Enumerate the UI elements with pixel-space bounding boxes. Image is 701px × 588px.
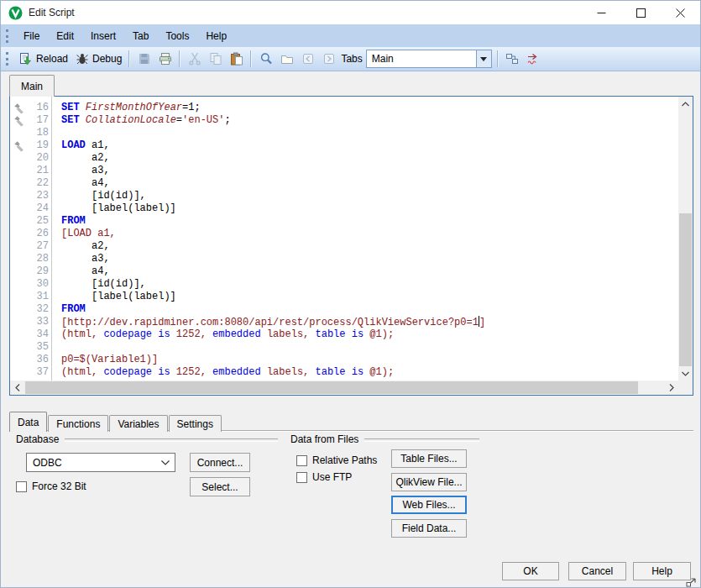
menu-item-tools[interactable]: Tools: [157, 26, 197, 46]
gutter-cell: [13, 366, 26, 379]
menu-item-help[interactable]: Help: [197, 26, 235, 46]
relative-paths-checkbox[interactable]: [296, 455, 307, 466]
code-text[interactable]: [http://dev.rapidminer.com:8080/api/rest…: [53, 316, 485, 328]
code-text[interactable]: (html, codepage is 1252, embedded labels…: [53, 366, 394, 379]
gutter-cell: [13, 291, 26, 303]
code-text[interactable]: a4,: [53, 177, 110, 190]
menu-item-insert[interactable]: Insert: [82, 26, 124, 46]
minimize-button[interactable]: [582, 1, 621, 24]
debug-button[interactable]: Debug: [71, 50, 125, 68]
window-title: Edit Script: [29, 7, 75, 18]
previous-tab-button[interactable]: [297, 50, 318, 68]
syntax-check-icon: [526, 52, 541, 66]
line-number: 17: [26, 114, 53, 127]
code-text[interactable]: [id(id)],: [53, 278, 146, 291]
table-viewer-button[interactable]: [502, 50, 523, 68]
code-line-21: 21 a3,: [10, 165, 678, 177]
web-files-button[interactable]: Web Files...: [391, 496, 467, 514]
menu-grip-handle[interactable]: [6, 29, 11, 43]
tab-selector-combobox[interactable]: Main: [366, 50, 492, 68]
code-token: a2,: [61, 152, 110, 164]
panel-tab-variables[interactable]: Variables: [109, 415, 167, 432]
code-token: (html,: [61, 366, 103, 378]
panel-tab-settings[interactable]: Settings: [169, 415, 222, 432]
connect-button[interactable]: Connect...: [190, 453, 250, 472]
code-text[interactable]: SET FirstMonthOfYear=1;: [53, 102, 201, 114]
menu-item-file[interactable]: File: [15, 26, 48, 46]
copy-button[interactable]: [205, 50, 226, 68]
code-text[interactable]: a2,: [53, 152, 110, 165]
code-text[interactable]: a2,: [53, 240, 110, 253]
next-tab-button[interactable]: [318, 50, 339, 68]
code-line-31: 31 [label(label)]: [10, 291, 678, 303]
code-text[interactable]: [53, 341, 61, 354]
cancel-button[interactable]: Cancel: [568, 562, 626, 580]
database-source-combobox[interactable]: ODBC: [26, 453, 175, 472]
select-button[interactable]: Select...: [190, 477, 250, 496]
cut-button[interactable]: [184, 50, 205, 68]
relative-paths-label: Relative Paths: [312, 454, 377, 466]
reload-button[interactable]: Reload: [15, 50, 71, 68]
gutter-cell: [13, 228, 26, 240]
statement-hammer-icon: [13, 102, 26, 114]
code-token: =1;: [182, 102, 201, 113]
code-area[interactable]: 16SET FirstMonthOfYear=1; 17SET Collatio…: [10, 97, 678, 381]
code-text[interactable]: LOAD a1,: [53, 139, 110, 152]
find-button[interactable]: [255, 50, 276, 68]
scroll-right-arrow[interactable]: [664, 381, 678, 395]
vertical-scroll-thumb[interactable]: [679, 213, 692, 366]
resize-grip-icon[interactable]: [686, 577, 697, 587]
line-number: 20: [26, 152, 53, 165]
save-button[interactable]: [133, 50, 154, 68]
menu-item-edit[interactable]: Edit: [48, 26, 82, 46]
code-text[interactable]: FROM: [53, 303, 86, 316]
horizontal-scrollbar[interactable]: [10, 381, 678, 395]
paste-button[interactable]: [226, 50, 247, 68]
code-text[interactable]: [id(id)],: [53, 190, 146, 202]
chevron-down-icon[interactable]: [477, 50, 492, 68]
menu-item-tab[interactable]: Tab: [124, 26, 157, 46]
toolbar-grip-handle[interactable]: [6, 52, 11, 66]
syntax-check-button[interactable]: [523, 50, 544, 68]
file-button-label: Web Files...: [402, 499, 455, 511]
gutter-cell: [13, 127, 26, 139]
scroll-left-arrow[interactable]: [10, 381, 24, 395]
panel-tab-data[interactable]: Data: [9, 412, 47, 432]
code-text[interactable]: a4,: [53, 265, 110, 278]
code-text[interactable]: FROM: [53, 215, 86, 228]
code-text[interactable]: [53, 127, 61, 139]
use-ftp-checkbox[interactable]: [296, 472, 307, 483]
code-text[interactable]: [label(label)]: [53, 291, 176, 303]
gutter-cell: [13, 165, 26, 177]
code-text[interactable]: [label(label)]: [53, 202, 176, 215]
code-text[interactable]: (html, codepage is 1252, embedded labels…: [53, 328, 394, 341]
gutter-cell: [13, 328, 26, 341]
scroll-down-arrow[interactable]: [678, 366, 693, 381]
help-button[interactable]: Help: [633, 562, 691, 580]
gutter-cell: [13, 152, 26, 165]
menu-bar: FileEditInsertTabToolsHelp: [1, 24, 700, 47]
vertical-scrollbar[interactable]: [678, 97, 693, 381]
qlikview-file-button[interactable]: QlikView File...: [391, 473, 467, 491]
force-32bit-checkbox[interactable]: [16, 481, 27, 492]
code-token: LOAD: [61, 139, 86, 151]
code-text[interactable]: [LOAD a1,: [53, 228, 116, 240]
table-files-button[interactable]: Table Files...: [391, 449, 467, 468]
close-button[interactable]: [661, 1, 700, 24]
field-data-button[interactable]: Field Data...: [391, 519, 467, 538]
maximize-button[interactable]: [621, 1, 661, 24]
copy-icon: [208, 52, 222, 66]
print-button[interactable]: [154, 50, 175, 68]
open-script-button[interactable]: [276, 50, 297, 68]
code-text[interactable]: a3,: [53, 253, 110, 265]
code-text[interactable]: p0=$(Variable1)]: [53, 354, 158, 366]
panel-tab-functions[interactable]: Functions: [48, 415, 108, 432]
code-text[interactable]: a3,: [53, 165, 110, 177]
scroll-up-arrow[interactable]: [678, 97, 693, 111]
search-icon: [259, 52, 273, 66]
code-text[interactable]: SET CollationLocale='en-US';: [53, 114, 231, 127]
ok-button[interactable]: OK: [502, 562, 559, 580]
script-tab-main[interactable]: Main: [9, 75, 55, 97]
code-line-30: 30 [id(id)],: [10, 278, 678, 291]
horizontal-scroll-thumb[interactable]: [25, 381, 638, 394]
